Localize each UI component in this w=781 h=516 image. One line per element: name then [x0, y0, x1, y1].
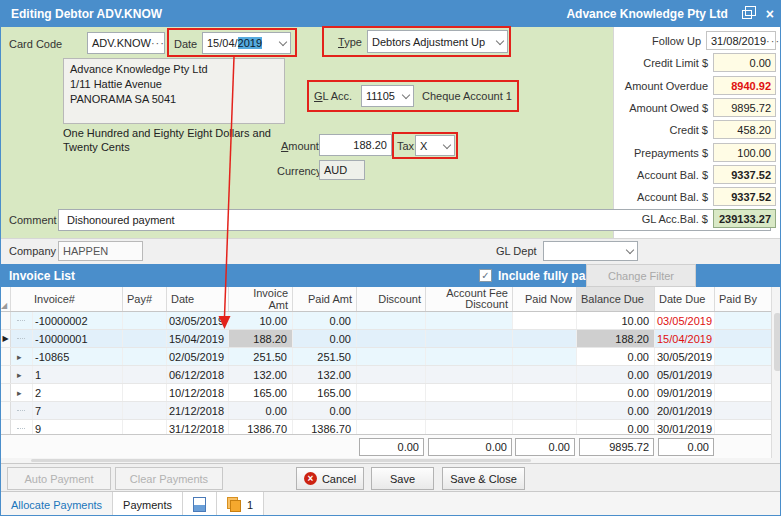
card-code-value: ADV.KNOW — [92, 37, 151, 49]
tax-value: X — [420, 140, 427, 152]
cancel-button-label: Cancel — [322, 473, 356, 485]
card-code-field[interactable]: ADV.KNOW ··· — [87, 32, 165, 54]
cell-paid-amt: 165.00 — [293, 384, 357, 401]
restore-window-icon[interactable] — [742, 10, 752, 19]
total-discount: 0.00 — [359, 438, 424, 456]
cell-paid-now[interactable] — [513, 348, 577, 365]
vertical-scrollbar-thumb[interactable] — [774, 313, 781, 371]
change-filter-button[interactable]: Change Filter — [586, 264, 696, 287]
cell-date: 02/05/2019 — [167, 348, 229, 365]
col-header-account-fee-discount[interactable]: Account Fee Discount — [426, 287, 513, 311]
col-header-pay[interactable]: Pay# — [123, 287, 167, 311]
cell-invoice-amt: 10.00 — [229, 312, 293, 329]
clear-payments-button[interactable]: Clear Payments — [115, 467, 223, 490]
company-value: HAPPEN — [63, 245, 108, 257]
expand-row-icon[interactable]: ▸ — [17, 352, 22, 362]
cell-date: 10/12/2018 — [167, 384, 229, 401]
type-chevron-down-icon[interactable] — [496, 36, 504, 44]
comment-value: Dishonoured payment — [67, 214, 175, 226]
cell-discount — [357, 420, 426, 434]
date-combobox[interactable]: 15/04/2019 — [202, 32, 291, 54]
copies-count-badge: 1 — [247, 499, 253, 511]
col-header-date-due[interactable]: Date Due — [655, 287, 715, 311]
cell-invoice: -10865 — [33, 348, 123, 365]
gl-acc-combobox[interactable]: 11105 — [361, 85, 414, 107]
col-header-balance-due[interactable]: Balance Due — [577, 287, 655, 311]
cancel-button[interactable]: × Cancel — [296, 467, 364, 490]
cell-balance-due: 0.00 — [577, 348, 655, 365]
cell-paid-now[interactable] — [513, 384, 577, 401]
col-header-paid-now[interactable]: Paid Now — [513, 287, 577, 311]
cell-invoice: 1 — [33, 366, 123, 383]
expand-row-icon[interactable]: ▸ — [17, 388, 22, 398]
amount-field[interactable]: 188.20 — [319, 134, 392, 156]
cell-paid-now[interactable] — [513, 330, 577, 347]
col-header-invoice[interactable]: Invoice# — [11, 287, 123, 311]
cell-discount — [357, 366, 426, 383]
account-bal-1-field: 9337.52 — [713, 165, 776, 184]
invoice-list-title: Invoice List — [9, 269, 75, 283]
col-header-paid-amt[interactable]: Paid Amt — [293, 287, 357, 311]
type-label: Type — [338, 36, 362, 48]
tax-combobox[interactable]: X — [415, 135, 455, 156]
total-paid-now: 0.00 — [515, 438, 575, 456]
cell-date: 06/12/2018 — [167, 366, 229, 383]
invoice-row-0[interactable]: -10000002 03/05/2019 10.00 0.00 10.00 03… — [1, 312, 771, 330]
invoice-row-3[interactable]: ▸ 1 06/12/2018 132.00 132.00 0.00 05/01/… — [1, 366, 771, 384]
vertical-scrollbar[interactable] — [771, 287, 781, 458]
gl-acc-bal-field: 239133.27 — [713, 209, 776, 228]
invoice-row-5[interactable]: 7 21/12/2018 0.00 0.00 0.00 20/01/2019 — [1, 402, 771, 420]
grid-corner-cell[interactable]: ◢ — [1, 287, 11, 311]
gl-acc-value: 11105 — [366, 90, 395, 102]
horizontal-scrollbar-thumb[interactable] — [31, 459, 531, 462]
type-combobox[interactable]: Debtors Adjustment Up — [367, 30, 508, 53]
cell-account-fee — [426, 420, 513, 434]
cell-pay — [123, 330, 167, 347]
cell-paid-now[interactable] — [513, 312, 577, 329]
cell-paid-now[interactable] — [513, 402, 577, 419]
cell-date-due: 03/05/2019 — [655, 312, 715, 329]
follow-up-field[interactable]: 31/08/2019 ··· — [706, 31, 776, 50]
tax-chevron-down-icon[interactable] — [443, 140, 451, 148]
save-close-button[interactable]: Save & Close — [442, 467, 525, 490]
cell-pay — [123, 312, 167, 329]
gl-dept-combobox[interactable] — [543, 241, 638, 261]
credit-limit-label: Credit Limit $ — [643, 57, 708, 69]
gl-dept-chevron-down-icon[interactable] — [626, 246, 634, 254]
expand-row-icon[interactable]: ▸ — [17, 370, 22, 380]
card-code-label: Card Code — [9, 38, 62, 50]
cell-paid-by — [715, 312, 771, 329]
auto-payment-button[interactable]: Auto Payment — [7, 467, 111, 490]
tab-payments[interactable]: Payments — [113, 492, 183, 516]
tab-allocate-payments[interactable]: Allocate Payments — [1, 492, 113, 516]
follow-up-lookup-icon[interactable]: ··· — [766, 35, 780, 47]
tab-document[interactable] — [183, 492, 217, 516]
invoice-row-1-selected[interactable]: ▶ -10000001 15/04/2019 188.20 0.00 188.2… — [1, 330, 771, 348]
date-chevron-down-icon[interactable] — [279, 38, 287, 46]
invoice-grid-header: ◢ Invoice# Pay# Date Invoice Amt Paid Am… — [1, 287, 771, 312]
currency-value: AUD — [324, 164, 347, 176]
close-icon[interactable]: × — [766, 8, 774, 20]
col-header-date[interactable]: Date — [167, 287, 229, 311]
include-paid-checkbox[interactable]: ✓ — [479, 269, 492, 282]
col-header-paid-by[interactable]: Paid By — [715, 287, 771, 311]
credit-value: 458.20 — [737, 124, 771, 136]
col-header-discount[interactable]: Discount — [357, 287, 426, 311]
summary-row-credit-limit: Credit Limit $ 0.00 — [643, 53, 776, 72]
cell-invoice-amt: 132.00 — [229, 366, 293, 383]
col-header-invoice-amt[interactable]: Invoice Amt — [229, 287, 293, 311]
cell-paid-now[interactable] — [513, 366, 577, 383]
cell-paid-amt: 132.00 — [293, 366, 357, 383]
gl-acc-chevron-down-icon[interactable] — [402, 91, 410, 99]
invoice-row-2[interactable]: ▸ -10865 02/05/2019 251.50 251.50 0.00 3… — [1, 348, 771, 366]
cell-balance-due-selected: 188.20 — [577, 330, 655, 347]
save-button[interactable]: Save — [371, 467, 434, 490]
tab-copies[interactable]: 1 — [217, 492, 264, 516]
cell-account-fee — [426, 330, 513, 347]
invoice-row-6-clipped[interactable]: 9 31/12/2018 1386.70 1386.70 0.00 30/01/… — [1, 420, 771, 434]
amount-label: Amount — [281, 140, 319, 152]
summary-row-amount-overdue: Amount Overdue 8940.92 — [625, 76, 776, 95]
card-code-lookup-icon[interactable]: ··· — [151, 37, 165, 49]
invoice-row-4[interactable]: ▸ 2 10/12/2018 165.00 165.00 0.00 09/01/… — [1, 384, 771, 402]
cell-account-fee — [426, 366, 513, 383]
